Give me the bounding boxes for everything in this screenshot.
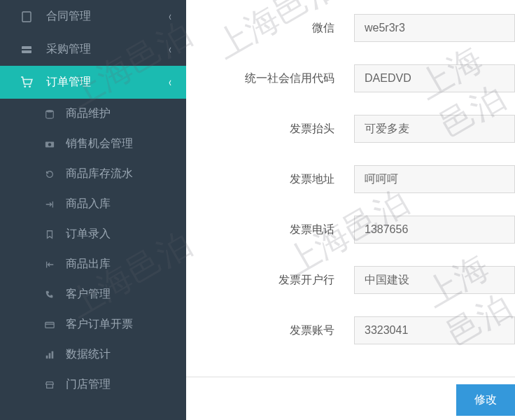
sidebar-item-order[interactable]: 订单管理 ‹: [0, 66, 186, 99]
sidebar-sub-label: 销售机会管理: [66, 136, 133, 151]
svg-rect-0: [22, 12, 31, 22]
credit-code-field[interactable]: [354, 64, 515, 92]
form-label: 发票电话: [207, 223, 354, 237]
form-row-invoice-account: 发票账号: [186, 316, 515, 344]
sidebar-sub-label: 商品库存流水: [66, 167, 133, 181]
form-row-invoice-phone: 发票电话: [186, 216, 515, 244]
sidebar-item-label: 采购管理: [46, 42, 91, 57]
invoice-address-field[interactable]: [354, 165, 515, 193]
sidebar-item-purchase[interactable]: 采购管理 ‹: [0, 33, 186, 66]
chevron-left-icon: ‹: [169, 75, 171, 90]
sidebar-sub-label: 数据统计: [66, 347, 111, 362]
exit-icon: [43, 258, 56, 271]
sidebar-sub-sales-opportunity[interactable]: 销售机会管理: [0, 129, 186, 159]
form-label: 发票开户行: [207, 273, 354, 288]
sidebar-sub-product-maintain[interactable]: 商品维护: [0, 99, 186, 129]
chart-icon: [43, 349, 56, 361]
sidebar-sub-store[interactable]: 门店管理: [0, 370, 186, 400]
form-row-invoice-bank: 发票开户行: [186, 266, 515, 294]
invoice-bank-field[interactable]: [354, 266, 515, 294]
button-bar: 修改: [186, 377, 515, 416]
chevron-left-icon: ‹: [169, 9, 171, 24]
svg-point-5: [46, 109, 54, 112]
camera-icon: [43, 138, 56, 150]
svg-rect-10: [49, 353, 51, 358]
form-row-credit-code: 统一社会信用代码: [186, 64, 515, 92]
svg-point-7: [48, 143, 51, 146]
sidebar-sub-customer[interactable]: 客户管理: [0, 279, 186, 309]
undo-icon: [43, 168, 56, 181]
chevron-left-icon: ‹: [169, 42, 171, 57]
drawer-icon: [20, 43, 34, 57]
svg-rect-8: [45, 322, 54, 328]
svg-rect-9: [46, 355, 48, 358]
sidebar-sub-inventory-flow[interactable]: 商品库存流水: [0, 159, 186, 189]
svg-point-3: [24, 85, 26, 88]
store-icon: [43, 379, 56, 391]
cart-icon: [20, 76, 34, 90]
invoice-title-field[interactable]: [354, 115, 515, 143]
sidebar-sub-stock-in[interactable]: 商品入库: [0, 189, 186, 219]
form-row-wechat: 微信: [186, 14, 515, 42]
edit-button[interactable]: 修改: [456, 384, 515, 416]
invoice-account-field[interactable]: [354, 316, 515, 344]
sidebar-item-contract[interactable]: 合同管理 ‹: [0, 0, 186, 33]
svg-point-4: [29, 85, 31, 88]
sidebar-sub-customer-invoice[interactable]: 客户订单开票: [0, 309, 186, 340]
bookmark-icon: [43, 228, 56, 241]
page-icon: [20, 10, 34, 24]
enter-icon: [43, 198, 56, 211]
sidebar-sub-label: 客户管理: [66, 287, 111, 302]
sidebar-item-label: 订单管理: [46, 75, 91, 90]
form-label: 发票抬头: [207, 122, 354, 136]
wechat-field[interactable]: [354, 14, 515, 42]
form-label: 微信: [207, 21, 354, 36]
sidebar: 合同管理 ‹ 采购管理 ‹ 订单管理 ‹ 商品维护 销售机会管理 商品库存流水: [0, 0, 186, 420]
sidebar-sub-label: 商品维护: [66, 106, 111, 121]
form-row-invoice-address: 发票地址: [186, 165, 515, 193]
sidebar-item-label: 合同管理: [46, 9, 91, 24]
sidebar-sub-label: 客户订单开票: [66, 317, 133, 332]
sidebar-sub-statistics[interactable]: 数据统计: [0, 340, 186, 370]
phone-icon: [43, 288, 56, 301]
form-row-invoice-title: 发票抬头: [186, 115, 515, 143]
invoice-phone-field[interactable]: [354, 216, 515, 244]
sidebar-sub-label: 商品入库: [66, 197, 111, 211]
card-icon: [43, 318, 56, 331]
svg-rect-11: [52, 351, 54, 358]
sidebar-sub-label: 订单录入: [66, 227, 111, 241]
form-label: 发票账号: [207, 323, 354, 338]
svg-rect-2: [22, 49, 31, 50]
sidebar-sub-label: 商品出库: [66, 257, 111, 272]
sidebar-sub-stock-out[interactable]: 商品出库: [0, 249, 186, 279]
sidebar-sub-order-entry[interactable]: 订单录入: [0, 219, 186, 249]
database-icon: [43, 108, 56, 120]
main-content: 微信 统一社会信用代码 发票抬头 发票地址 发票电话 发票开户行 发票账号 修改: [186, 0, 515, 420]
form-label: 统一社会信用代码: [207, 71, 354, 86]
sidebar-sub-label: 门店管理: [66, 377, 111, 392]
form-label: 发票地址: [207, 172, 354, 187]
